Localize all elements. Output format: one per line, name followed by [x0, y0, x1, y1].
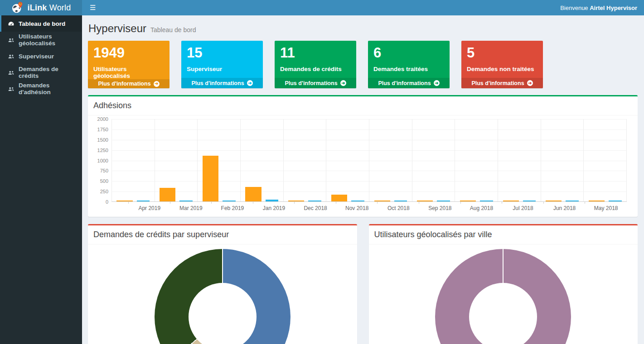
sidebar-toggle-hamburger-icon[interactable]: ☰ [82, 0, 103, 15]
bar-group-aug-2018 [455, 119, 498, 201]
y-axis-tick-label: 1750 [97, 127, 108, 132]
bar-serie-cyan [137, 201, 150, 202]
more-info-link[interactable]: Plus d'informations➜ [181, 78, 263, 88]
x-axis-tick-label: Sep 2018 [419, 202, 461, 211]
main-content: Hyperviseur Tableau de bord 1949Utilisat… [82, 15, 644, 344]
bar-serie-orange [203, 156, 218, 201]
bar-serie-orange [503, 201, 519, 202]
bar-serie-orange [331, 195, 347, 201]
bar-chart-plot-area [111, 119, 627, 202]
brand-name: iLink World [28, 3, 71, 13]
bar-serie-orange [245, 187, 261, 201]
bar-serie-orange [417, 201, 433, 202]
stat-card-utilisateurs-g-olocalis-s: 1949Utilisateurs géolocalisésPlus d'info… [88, 41, 169, 88]
more-info-label: Plus d'informations [378, 80, 431, 86]
sidebar-item-demandes-d-adh-sion[interactable]: Demandes d'adhésion [0, 81, 82, 97]
x-axis-tick-label: Feb 2019 [212, 202, 253, 211]
bar-group-sep-2018 [412, 119, 455, 201]
navbar: ☰ Bienvenue Airtel Hypervisor [82, 0, 644, 15]
users-icon [8, 53, 15, 60]
stat-card-inner: 6Demandes traitées [368, 41, 450, 78]
credits-by-supervisor-box: Demandes de crédits par superviseur [88, 224, 357, 344]
x-axis-tick-mark [253, 202, 253, 204]
y-axis-tick-label: 500 [100, 179, 108, 184]
bar-serie-cyan [223, 201, 236, 202]
x-axis-tick-mark [128, 202, 129, 204]
x-axis-tick-label: Aug 2018 [461, 202, 503, 211]
more-info-label: Plus d'informations [471, 80, 524, 86]
sidebar-item-label: Demandes d'adhésion [19, 82, 76, 96]
arrow-circle-right-icon: ➜ [434, 80, 440, 86]
arrow-circle-right-icon: ➜ [340, 80, 346, 86]
arrow-circle-right-icon: ➜ [247, 80, 253, 86]
bar-serie-orange [374, 201, 390, 202]
stat-card-value: 1949 [93, 44, 165, 61]
stat-card-demandes-de-cr-dits: 11Demandes de créditsPlus d'informations… [275, 41, 356, 88]
sidebar-item-demandes-de-cr-dits[interactable]: Demandes de crédits [0, 64, 82, 81]
bar-serie-cyan [480, 201, 493, 202]
users-donut-title: Utilisateurs géolocalisés par ville [374, 230, 492, 239]
brand-logo[interactable]: $ iLink World [0, 0, 82, 15]
stat-card-inner: 11Demandes de crédits [275, 41, 356, 78]
bar-serie-cyan [179, 201, 193, 202]
x-axis-tick-label: Jan 2019 [253, 202, 295, 211]
bar-group-jul-2018 [498, 119, 541, 201]
users-donut-body [369, 244, 638, 344]
bar-serie-orange [288, 201, 304, 202]
y-axis-tick-label: 2000 [97, 117, 108, 122]
sidebar-item-label: Superviseur [19, 53, 54, 60]
bar-chart-x-axis: Apr 2019Mar 2019Feb 2019Jan 2019Dec 2018… [129, 202, 627, 211]
x-axis-tick-label: Mar 2019 [170, 202, 212, 211]
adhesions-chart-body: 200017501500125010007505002500 Apr 2019M… [88, 115, 638, 217]
stat-card-inner: 15Superviseur [181, 41, 263, 78]
bar-group-jan-2019 [241, 119, 284, 201]
welcome-username: Airtel Hypervisor [590, 5, 637, 11]
bar-group-nov-2018 [326, 119, 369, 201]
more-info-link[interactable]: Plus d'informations➜ [275, 78, 356, 88]
x-axis-tick-label: Dec 2018 [295, 202, 336, 211]
sidebar-item-label: Tableau de bord [19, 20, 65, 27]
x-axis-tick-mark [419, 202, 419, 204]
sidebar-item-utilisateurs-g-olocalis-s[interactable]: Utilisateurs géolocalisés [0, 32, 82, 48]
y-axis-tick-label: 1250 [97, 148, 108, 153]
y-axis-tick-label: 750 [100, 168, 108, 173]
stat-card-label: Superviseur [187, 66, 258, 72]
x-axis-tick-label: May 2018 [585, 202, 627, 211]
stat-card-label: Demandes traitées [373, 66, 445, 72]
bar-serie-cyan [609, 201, 622, 202]
top-bar: $ iLink World ☰ Bienvenue Airtel Hypervi… [0, 0, 644, 15]
y-axis-tick-label: 0 [106, 200, 108, 205]
stat-card-inner: 1949Utilisateurs géolocalisés [88, 41, 169, 79]
adhesions-box-header: Adhésions [88, 96, 638, 115]
stat-card-label: Demandes non traitées [467, 66, 538, 72]
stat-card-superviseur: 15SuperviseurPlus d'informations➜ [181, 41, 263, 88]
bar-group-feb-2019 [198, 119, 241, 201]
x-axis-tick-mark [294, 202, 295, 204]
more-info-link[interactable]: Plus d'informations➜ [88, 79, 169, 88]
bar-serie-cyan [308, 201, 321, 202]
more-info-link[interactable]: Plus d'informations➜ [368, 78, 450, 88]
x-axis-tick-label: Apr 2019 [129, 202, 170, 211]
bar-group-jun-2018 [541, 119, 584, 201]
bar-serie-orange [160, 188, 175, 201]
sidebar-item-superviseur[interactable]: Superviseur [0, 48, 82, 64]
x-axis-tick-mark [460, 202, 461, 204]
stat-card-label: Utilisateurs géolocalisés [93, 66, 165, 79]
bar-serie-orange [546, 201, 562, 202]
sidebar-item-label: Utilisateurs géolocalisés [19, 33, 76, 47]
users-icon [8, 69, 15, 76]
stat-card-value: 11 [280, 44, 352, 61]
users-donut-box-header: Utilisateurs géolocalisés par ville [369, 225, 638, 244]
users-by-city-donut-chart [435, 249, 571, 344]
page-title: Hyperviseur [88, 22, 146, 35]
stat-card-label: Demandes de crédits [280, 66, 352, 72]
credits-by-supervisor-donut-chart [155, 249, 291, 344]
welcome-user[interactable]: Bienvenue Airtel Hypervisor [553, 5, 644, 11]
dashboard-icon [8, 20, 15, 27]
bar-group-oct-2018 [369, 119, 412, 201]
x-axis-tick-mark [336, 202, 336, 204]
sidebar-item-tableau-de-bord[interactable]: Tableau de bord [0, 15, 82, 32]
more-info-label: Plus d'informations [98, 81, 150, 87]
svg-text:$: $ [19, 2, 21, 5]
more-info-link[interactable]: Plus d'informations➜ [461, 78, 543, 88]
